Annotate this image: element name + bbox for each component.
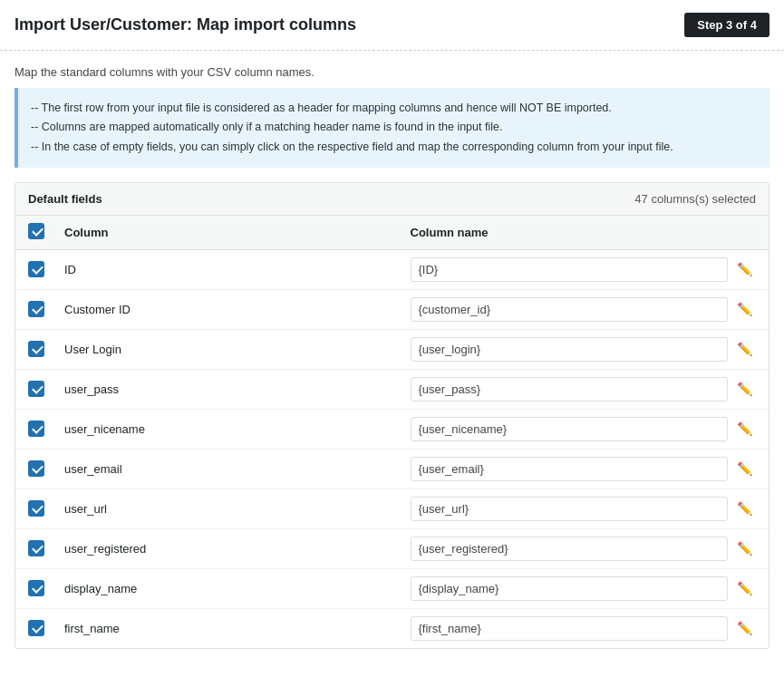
- table-row: User Login ✏️: [15, 330, 769, 370]
- row-checkbox[interactable]: [28, 341, 44, 357]
- row-checkbox[interactable]: [28, 381, 44, 397]
- page-container: Import User/Customer: Map import columns…: [0, 0, 784, 677]
- table-row: display_name ✏️: [15, 569, 769, 609]
- row-checkbox[interactable]: [28, 421, 44, 437]
- row-checkbox[interactable]: [28, 261, 44, 277]
- edit-icon[interactable]: ✏️: [733, 499, 756, 517]
- col-header-name: Column name: [411, 226, 757, 239]
- edit-icon[interactable]: ✏️: [733, 459, 756, 478]
- table-row: user_registered ✏️: [15, 529, 769, 569]
- column-name-input[interactable]: [411, 457, 729, 481]
- page-description: Map the standard columns with your CSV c…: [0, 51, 784, 88]
- column-name-input[interactable]: [411, 377, 729, 401]
- column-name-input[interactable]: [411, 417, 729, 441]
- column-name-input[interactable]: [411, 616, 729, 641]
- column-label: user_nicename: [64, 422, 411, 436]
- column-label: user_email: [64, 462, 411, 476]
- column-label: first_name: [64, 622, 411, 635]
- column-headers: Column Column name: [15, 216, 769, 250]
- table-row: ID ✏️: [15, 250, 769, 290]
- column-name-input[interactable]: [411, 337, 729, 362]
- row-checkbox[interactable]: [28, 580, 44, 596]
- row-checkbox[interactable]: [28, 540, 44, 556]
- table-section-header: Default fields 47 columns(s) selected: [15, 183, 769, 216]
- edit-icon[interactable]: ✏️: [733, 539, 756, 557]
- edit-icon[interactable]: ✏️: [733, 619, 756, 637]
- table-row: first_name ✏️: [15, 609, 769, 648]
- column-name-input[interactable]: [411, 576, 729, 601]
- column-label: ID: [64, 263, 411, 276]
- edit-icon[interactable]: ✏️: [733, 579, 756, 597]
- row-checkbox[interactable]: [28, 620, 44, 636]
- column-name-input[interactable]: [411, 297, 729, 322]
- row-checkbox[interactable]: [28, 500, 44, 517]
- info-line-3: -- In the case of empty fields, you can …: [31, 138, 757, 157]
- page-title: Import User/Customer: Map import columns: [15, 15, 356, 34]
- columns-selected-count: 47 columns(s) selected: [634, 192, 756, 206]
- column-label: display_name: [64, 582, 411, 595]
- section-label: Default fields: [28, 192, 102, 206]
- column-label: user_pass: [64, 382, 411, 396]
- edit-icon[interactable]: ✏️: [733, 260, 756, 278]
- edit-icon[interactable]: ✏️: [733, 300, 756, 318]
- column-name-input[interactable]: [411, 257, 729, 282]
- column-name-input[interactable]: [411, 537, 729, 561]
- page-header: Import User/Customer: Map import columns…: [0, 0, 784, 51]
- row-checkbox[interactable]: [28, 460, 44, 477]
- table-row: user_pass ✏️: [15, 370, 769, 410]
- edit-icon[interactable]: ✏️: [733, 340, 756, 358]
- row-checkbox[interactable]: [28, 301, 44, 317]
- column-label: user_registered: [64, 542, 411, 556]
- info-line-1: -- The first row from your input file is…: [31, 99, 757, 118]
- select-all-checkbox[interactable]: [28, 223, 44, 239]
- col-header-column: Column: [64, 226, 411, 239]
- table-row: user_nicename ✏️: [15, 410, 769, 450]
- info-box: -- The first row from your input file is…: [15, 88, 769, 168]
- column-label: user_url: [64, 502, 411, 516]
- step-badge: Step 3 of 4: [684, 13, 769, 37]
- column-name-input[interactable]: [411, 497, 729, 521]
- info-line-2: -- Columns are mapped automatically only…: [31, 118, 757, 137]
- edit-icon[interactable]: ✏️: [733, 420, 756, 438]
- edit-icon[interactable]: ✏️: [733, 380, 756, 398]
- table-row: user_email ✏️: [15, 450, 769, 489]
- table-row: user_url ✏️: [15, 489, 769, 529]
- table-rows: ID ✏️ Customer ID ✏️ User Login ✏️: [15, 250, 769, 648]
- table-row: Customer ID ✏️: [15, 290, 769, 330]
- column-label: User Login: [64, 343, 411, 356]
- mapping-table: Default fields 47 columns(s) selected Co…: [15, 182, 769, 649]
- column-label: Customer ID: [64, 303, 411, 316]
